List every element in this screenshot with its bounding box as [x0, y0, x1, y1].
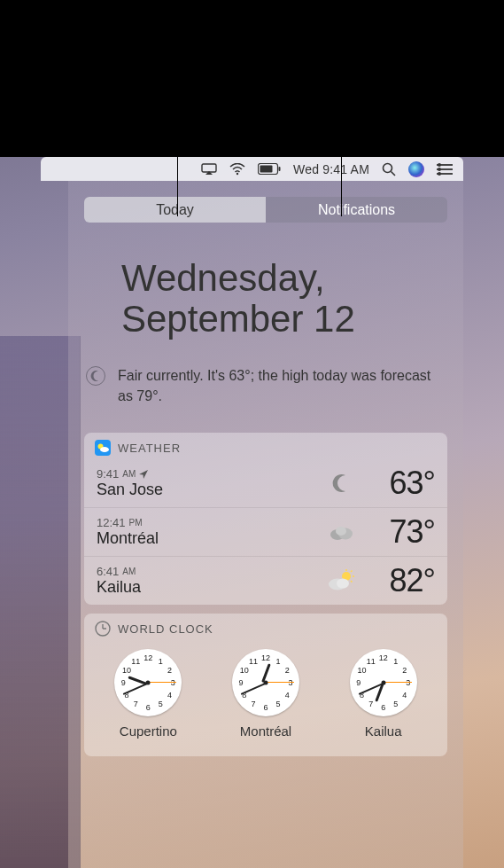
- svg-line-6: [392, 171, 396, 176]
- date-line2: September 12: [121, 299, 440, 340]
- world-clock-city: Kailua: [365, 723, 402, 739]
- weather-city: San Jose: [97, 481, 323, 499]
- world-clock-item[interactable]: 123456789101112Kailua: [350, 649, 417, 739]
- world-clock-header: WORLD CLOCK: [84, 614, 447, 640]
- svg-point-10: [438, 163, 441, 167]
- siri-icon[interactable]: [408, 161, 424, 177]
- world-clock-widget: WORLD CLOCK 123456789101112Cupertino1234…: [84, 614, 447, 756]
- weather-app-icon: [95, 440, 111, 456]
- menubar: Wed 9:41 AM: [41, 157, 463, 181]
- svg-point-13: [87, 367, 105, 386]
- world-clock-item[interactable]: 123456789101112Cupertino: [114, 649, 182, 739]
- svg-line-23: [351, 571, 353, 573]
- svg-point-16: [100, 447, 109, 452]
- weather-title: WEATHER: [118, 442, 181, 455]
- wifi-icon[interactable]: [229, 163, 245, 176]
- svg-point-11: [438, 168, 441, 171]
- weather-row[interactable]: 9:41 AM San Jose63°: [84, 459, 447, 507]
- world-clock-title: WORLD CLOCK: [118, 622, 213, 636]
- svg-point-1: [236, 172, 238, 174]
- svg-rect-0: [202, 164, 216, 172]
- weather-time: 12:41 PM: [97, 516, 323, 529]
- segmented-control: Today Notifications: [84, 197, 447, 223]
- weather-widget: WEATHER 9:41 AM San Jose63°12:41 PM Mont…: [84, 433, 447, 605]
- weather-time: 6:41 AM: [97, 565, 323, 578]
- svg-point-5: [384, 163, 392, 172]
- callout-line-today: [177, 43, 178, 216]
- today-date: Wednesday, September 12: [121, 258, 440, 340]
- weather-city: Montréal: [97, 529, 323, 548]
- clock-face: 123456789101112: [114, 649, 182, 716]
- tab-notifications[interactable]: Notifications: [266, 197, 447, 223]
- weather-time: 9:41 AM: [97, 467, 323, 481]
- weather-city: Kailua: [97, 578, 323, 597]
- weather-temp: 63°: [359, 465, 435, 502]
- world-clock-item[interactable]: 123456789101112Montréal: [232, 649, 299, 739]
- battery-icon[interactable]: [258, 163, 281, 175]
- summary-row: Fair currently. It's 63°; the high today…: [84, 366, 447, 433]
- weather-widget-header: WEATHER: [84, 433, 447, 459]
- tab-notifications-label: Notifications: [318, 202, 395, 218]
- location-arrow-icon: [139, 467, 148, 481]
- svg-point-26: [337, 579, 349, 589]
- svg-rect-3: [260, 166, 273, 173]
- world-clock-city: Montréal: [240, 723, 291, 739]
- svg-point-19: [336, 527, 346, 536]
- moon-icon: [86, 366, 105, 386]
- notification-center-panel: Today Notifications Wednesday, September…: [68, 181, 463, 868]
- notification-center-icon[interactable]: [437, 163, 453, 176]
- clock-app-icon: [95, 621, 111, 637]
- clock-face: 123456789101112: [350, 649, 417, 716]
- weather-temp: 73°: [359, 513, 435, 551]
- weather-condition-icon: [323, 569, 359, 592]
- tab-today[interactable]: Today: [84, 197, 266, 223]
- weather-condition-icon: [323, 522, 359, 542]
- callout-line-notifications: [341, 128, 342, 216]
- weather-row[interactable]: 6:41 AM Kailua82°: [84, 556, 447, 605]
- svg-point-12: [438, 172, 441, 176]
- weather-row[interactable]: 12:41 PM Montréal73°: [84, 507, 447, 556]
- tab-today-label: Today: [156, 202, 194, 218]
- clock-face: 123456789101112: [232, 649, 299, 716]
- svg-line-24: [351, 581, 353, 583]
- weather-condition-icon: [323, 472, 359, 495]
- world-clock-city: Cupertino: [120, 723, 177, 739]
- weather-temp: 82°: [359, 562, 435, 599]
- menubar-clock[interactable]: Wed 9:41 AM: [293, 162, 369, 176]
- date-line1: Wednesday,: [121, 258, 440, 299]
- airplay-icon[interactable]: [201, 163, 217, 176]
- svg-rect-4: [279, 167, 281, 171]
- spotlight-icon[interactable]: [382, 162, 396, 176]
- summary-text: Fair currently. It's 63°; the high today…: [118, 366, 438, 406]
